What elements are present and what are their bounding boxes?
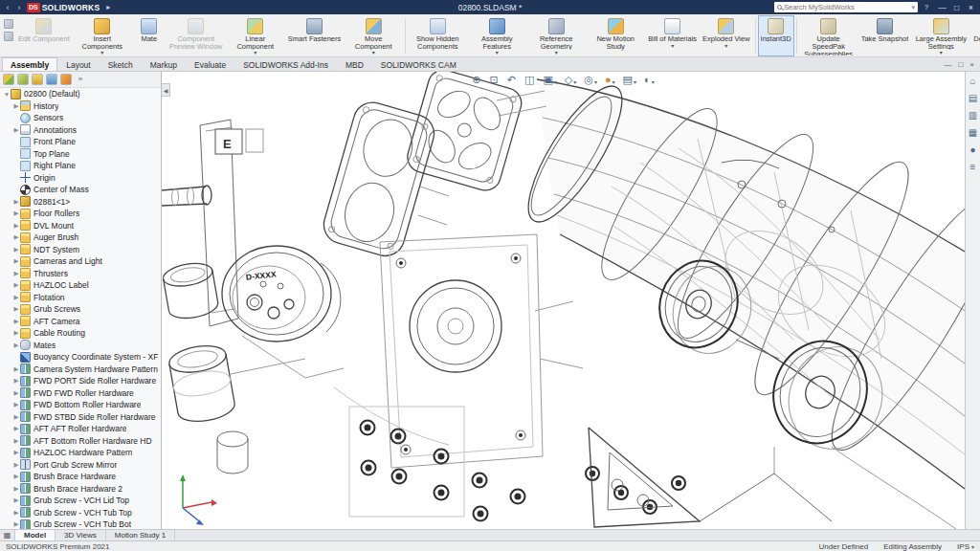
section-view-icon[interactable]: ◫ bbox=[524, 74, 535, 85]
command-tab[interactable]: Sketch bbox=[100, 57, 142, 71]
command-tab[interactable]: SOLIDWORKS Add-Ins bbox=[234, 57, 337, 71]
ribbon-button[interactable]: Move Component ▾ bbox=[344, 15, 403, 56]
tree-item[interactable]: ▶ Grub Screws bbox=[0, 303, 161, 316]
expand-arrow-icon[interactable]: ▶ bbox=[12, 209, 20, 217]
panel-overflow-icon[interactable]: » bbox=[75, 74, 86, 85]
menu-expander-icon[interactable]: ▸ bbox=[106, 3, 110, 11]
propertymanager-tab-icon[interactable] bbox=[17, 74, 29, 85]
display-style-icon[interactable]: ◇ ▾ bbox=[565, 74, 576, 85]
tree-item[interactable]: ▶ FWD Bottom Roller Hardware bbox=[0, 399, 161, 411]
search-caret-icon[interactable]: ▾ bbox=[911, 4, 915, 11]
expand-arrow-icon[interactable]: ▶ bbox=[12, 425, 20, 432]
zoom-area-icon[interactable]: ⊡ bbox=[490, 74, 500, 85]
tree-item[interactable]: Front Plane bbox=[0, 136, 161, 148]
tree-item[interactable]: ▶ AFT Camera bbox=[0, 316, 161, 328]
tree-item[interactable]: ▶ Annotations bbox=[0, 124, 161, 137]
doc-restore-button[interactable]: □ bbox=[958, 60, 963, 69]
solidworks-resources-icon[interactable]: ⌂ bbox=[969, 77, 975, 86]
ribbon-button[interactable]: Linear Component Pattern ▾ bbox=[226, 15, 285, 56]
view-palette-icon[interactable]: ▦ bbox=[969, 128, 977, 138]
expand-arrow-icon[interactable]: ▶ bbox=[12, 294, 20, 301]
expand-arrow-icon[interactable]: ▶ bbox=[12, 365, 20, 373]
ribbon-button[interactable]: Mate bbox=[132, 15, 167, 56]
ribbon-button[interactable] bbox=[755, 18, 756, 54]
tree-item[interactable]: ▶ Brush Brace Hardware 2 bbox=[0, 483, 161, 496]
dimxpertmanager-tab-icon[interactable] bbox=[46, 74, 57, 85]
command-tab[interactable]: MBD bbox=[337, 57, 372, 71]
tree-item[interactable]: ▶ History bbox=[0, 100, 161, 113]
expand-arrow-icon[interactable]: ▶ bbox=[12, 126, 20, 134]
doc-minimize-button[interactable]: — bbox=[944, 60, 951, 69]
tree-item[interactable]: ▶ Port Grub Screw Mirror bbox=[0, 459, 161, 472]
ribbon-button[interactable]: Instant3D bbox=[758, 15, 794, 56]
command-tab[interactable]: Assembly bbox=[2, 57, 57, 71]
previous-view-icon[interactable]: ↶ bbox=[507, 74, 517, 85]
ribbon-button[interactable]: Update SpeedPak Subassemblies bbox=[799, 15, 858, 56]
ribbon-button[interactable]: Take Snapshot bbox=[858, 15, 912, 56]
tree-item[interactable]: ▶ AFT Bottom Roller Hardware HD bbox=[0, 435, 161, 448]
expand-arrow-icon[interactable]: ▶ bbox=[12, 233, 20, 241]
units-selector[interactable]: IPS ▾ bbox=[957, 542, 974, 551]
toolbar-icon[interactable] bbox=[4, 32, 13, 41]
ribbon-button[interactable]: Insert Components ▾ bbox=[73, 15, 132, 56]
tree-item[interactable]: ▶ Mates bbox=[0, 340, 161, 352]
ribbon-button[interactable]: Bill of Materials ▾ bbox=[645, 15, 700, 56]
study-tab[interactable]: Motion Study 1 bbox=[106, 530, 175, 540]
tree-item[interactable]: ▶ Auger Brush bbox=[0, 231, 161, 244]
model-wireframe[interactable]: E D-XXXX bbox=[162, 72, 965, 529]
view-orientation-icon[interactable]: ▣ ▾ bbox=[543, 74, 556, 85]
expand-arrow-icon[interactable]: ▶ bbox=[12, 342, 20, 349]
tree-item[interactable]: Top Plane bbox=[0, 148, 161, 161]
configurationmanager-tab-icon[interactable] bbox=[32, 74, 43, 85]
tree-item[interactable]: Center of Mass bbox=[0, 184, 161, 196]
graphics-viewport[interactable]: ⊕ ⊡ ↶ ◫ ▣ ▾ ◇ bbox=[162, 72, 965, 529]
appearances-icon[interactable]: ● bbox=[969, 145, 975, 155]
expand-arrow-icon[interactable]: ▶ bbox=[12, 102, 20, 110]
expand-arrow-icon[interactable]: ▶ bbox=[12, 413, 20, 421]
tree-item[interactable]: ▶ Flotation bbox=[0, 292, 161, 304]
search-box[interactable]: ▾ bbox=[774, 2, 918, 12]
ribbon-button[interactable] bbox=[796, 18, 797, 54]
tree-item[interactable]: ▶ Cameras and Light bbox=[0, 255, 161, 268]
expand-arrow-icon[interactable]: ▶ bbox=[12, 449, 20, 456]
expand-arrow-icon[interactable]: ▶ bbox=[12, 246, 20, 253]
toolbar-icon[interactable] bbox=[4, 19, 13, 29]
search-input[interactable] bbox=[784, 3, 909, 11]
ribbon-button[interactable]: Large Assembly Settings ▾ bbox=[911, 15, 970, 56]
expand-arrow-icon[interactable]: ▶ bbox=[12, 257, 20, 265]
expand-arrow-icon[interactable]: ▶ bbox=[12, 270, 20, 277]
tree-item[interactable]: Sensors bbox=[0, 112, 161, 124]
forward-icon[interactable]: › bbox=[13, 3, 25, 12]
viewport-layout-icon[interactable]: ▦ bbox=[0, 530, 15, 540]
zoom-fit-icon[interactable]: ⊕ bbox=[472, 74, 481, 85]
expand-arrow-icon[interactable]: ▶ bbox=[12, 520, 20, 528]
tree-item[interactable]: ▶ Grub Screw - VCH Tub Bot bbox=[0, 518, 161, 529]
ribbon-button[interactable] bbox=[405, 18, 406, 54]
expand-arrow-icon[interactable]: ▶ bbox=[12, 473, 20, 480]
expand-arrow-icon[interactable]: ▶ bbox=[12, 329, 20, 337]
ribbon-button[interactable]: New Motion Study bbox=[586, 15, 645, 56]
ribbon-button[interactable]: Component Preview Window bbox=[167, 15, 226, 56]
expand-arrow-icon[interactable]: ▼ bbox=[3, 91, 11, 98]
ribbon-button[interactable]: Smart Fasteners bbox=[285, 15, 344, 56]
back-icon[interactable]: ‹ bbox=[2, 3, 13, 12]
close-button[interactable]: × bbox=[964, 3, 978, 12]
tree-item[interactable]: Origin bbox=[0, 172, 161, 185]
expand-arrow-icon[interactable]: ▶ bbox=[12, 222, 20, 230]
tree-item[interactable]: Buoyancy Coordinate System - XF bbox=[0, 351, 161, 364]
design-library-icon[interactable]: ▤ bbox=[969, 94, 977, 103]
command-tab[interactable]: Evaluate bbox=[186, 57, 234, 71]
ribbon-button[interactable]: Exploded View ▾ bbox=[700, 15, 752, 56]
expand-arrow-icon[interactable]: ▶ bbox=[12, 305, 20, 313]
command-tab[interactable]: SOLIDWORKS CAM bbox=[372, 57, 465, 71]
maximize-button[interactable]: □ bbox=[949, 3, 964, 12]
ribbon-button[interactable]: Edit Component bbox=[15, 15, 73, 56]
expand-arrow-icon[interactable]: ▶ bbox=[12, 437, 20, 445]
ribbon-button[interactable]: Defeature bbox=[970, 15, 980, 56]
tree-item[interactable]: ▶ DVL Mount bbox=[0, 220, 161, 232]
tree-item[interactable]: ▶ Grub Screw - VCH Lid Top bbox=[0, 495, 161, 507]
edit-appearance-icon[interactable]: ● ▾ bbox=[605, 74, 615, 85]
expand-arrow-icon[interactable]: ▶ bbox=[12, 389, 20, 397]
tree-item[interactable]: ▶ Thrusters bbox=[0, 268, 161, 280]
tree-item[interactable]: ▶ FWD STBD Side Roller Hardware bbox=[0, 411, 161, 424]
